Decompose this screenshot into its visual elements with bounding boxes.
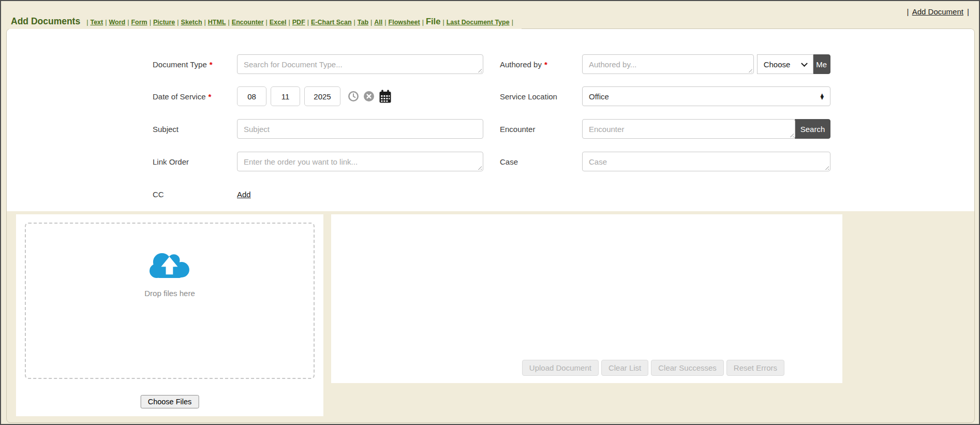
- separator: |: [305, 19, 311, 26]
- clear-date-icon[interactable]: [363, 91, 375, 102]
- date-day-input[interactable]: [271, 86, 300, 106]
- separator: |: [905, 7, 910, 16]
- form-row: Subject Encounter Search: [7, 119, 974, 139]
- encounter-input[interactable]: [582, 119, 795, 139]
- upload-document-button[interactable]: Upload Document: [522, 360, 599, 376]
- document-form: Document Type * Authored by * Choos: [7, 29, 974, 211]
- form-row: CC Add: [7, 184, 974, 204]
- service-location-label: Service Location: [500, 92, 557, 101]
- authored-by-choose-select[interactable]: Choose: [757, 54, 813, 74]
- doc-link-tab[interactable]: Tab: [358, 19, 368, 26]
- separator: |: [368, 19, 374, 26]
- doc-link-all[interactable]: All: [374, 19, 382, 26]
- encounter-label: Encounter: [500, 125, 535, 134]
- subject-label-cell: Subject: [153, 119, 233, 139]
- choose-select-value: Choose: [764, 60, 791, 69]
- form-row: Date of Service *: [7, 86, 974, 106]
- date-of-service-label-cell: Date of Service *: [153, 86, 233, 106]
- link-order-label-cell: Link Order: [153, 152, 233, 171]
- reset-errors-button[interactable]: Reset Errors: [726, 360, 784, 376]
- date-of-service-label: Date of Service: [153, 92, 206, 101]
- link-order-input[interactable]: [237, 152, 483, 171]
- document-type-field-cell: [237, 54, 483, 74]
- separator: |: [202, 19, 208, 26]
- date-month-input[interactable]: [237, 86, 266, 106]
- service-location-value: Office: [589, 92, 609, 101]
- document-type-input[interactable]: [237, 54, 483, 74]
- drop-zone[interactable]: Drop files here: [25, 223, 315, 379]
- file-upload-panel: Drop files here Choose Files: [16, 214, 323, 416]
- separator: |: [147, 19, 153, 26]
- separator: |: [382, 19, 388, 26]
- separator: |: [440, 19, 446, 26]
- drop-files-text: Drop files here: [26, 289, 314, 298]
- separator: |: [103, 19, 109, 26]
- case-label: Case: [500, 157, 518, 166]
- date-of-service-field-cell: [237, 86, 483, 106]
- topbar: | Add Document |: [905, 7, 971, 16]
- subject-label: Subject: [153, 125, 179, 134]
- doc-link-word[interactable]: Word: [109, 19, 125, 26]
- service-location-select[interactable]: Office ▲▼: [582, 86, 830, 106]
- required-asterisk: *: [544, 60, 547, 69]
- separator: |: [84, 19, 90, 26]
- separator: |: [264, 19, 270, 26]
- separator: |: [352, 19, 358, 26]
- search-button[interactable]: Search: [795, 119, 830, 139]
- link-order-field-cell: [237, 152, 483, 171]
- choose-files-button[interactable]: Choose Files: [141, 395, 199, 408]
- authored-by-input[interactable]: [582, 54, 754, 74]
- clear-successes-button[interactable]: Clear Successes: [651, 360, 724, 376]
- separator: |: [966, 7, 971, 16]
- encounter-label-cell: Encounter: [500, 119, 580, 139]
- encounter-field-cell: Search: [582, 119, 830, 139]
- separator: |: [226, 19, 232, 26]
- form-row: Link Order Case: [7, 152, 974, 171]
- doc-link-e-chart-scan[interactable]: E-Chart Scan: [311, 19, 352, 26]
- updown-arrows-icon: ▲▼: [820, 93, 824, 99]
- doc-link-html[interactable]: HTML: [208, 19, 226, 26]
- doc-link-file[interactable]: File: [426, 17, 440, 26]
- page-title: Add Documents: [11, 16, 80, 27]
- case-field-cell: [582, 152, 830, 171]
- separator: |: [420, 19, 426, 26]
- date-icons: [348, 90, 392, 104]
- case-label-cell: Case: [500, 152, 580, 171]
- upload-actions: Upload Document Clear List Clear Success…: [522, 360, 784, 376]
- cc-label: CC: [153, 190, 164, 199]
- doc-link-text[interactable]: Text: [90, 19, 103, 26]
- separator: |: [287, 19, 292, 26]
- file-list-panel: Upload Document Clear List Clear Success…: [331, 214, 842, 383]
- doc-link-picture[interactable]: Picture: [153, 19, 175, 26]
- add-documents-panel: Add Documents |Text|Word|Form|Picture|Sk…: [6, 28, 975, 423]
- separator: |: [125, 19, 131, 26]
- clear-list-button[interactable]: Clear List: [601, 360, 648, 376]
- case-input[interactable]: [582, 152, 830, 171]
- doc-link-encounter[interactable]: Encounter: [232, 19, 264, 26]
- doc-link-last-document-type[interactable]: Last Document Type: [447, 19, 510, 26]
- separator: |: [175, 19, 181, 26]
- me-button[interactable]: Me: [813, 54, 830, 74]
- calendar-icon[interactable]: [379, 90, 392, 104]
- clock-icon[interactable]: [348, 91, 359, 102]
- authored-by-label: Authored by: [500, 60, 542, 69]
- service-location-field-cell: Office ▲▼: [582, 86, 830, 106]
- subject-input[interactable]: [237, 119, 483, 139]
- doc-link-flowsheet[interactable]: Flowsheet: [389, 19, 420, 26]
- chevron-down-icon: [801, 60, 808, 67]
- document-type-label: Document Type: [153, 60, 207, 69]
- doc-link-pdf[interactable]: PDF: [292, 19, 305, 26]
- date-year-input[interactable]: [304, 86, 340, 106]
- doc-link-sketch[interactable]: Sketch: [181, 19, 202, 26]
- link-order-label: Link Order: [153, 157, 189, 166]
- cc-add-link[interactable]: Add: [237, 190, 251, 199]
- doc-link-excel[interactable]: Excel: [270, 19, 287, 26]
- authored-by-label-cell: Authored by *: [500, 54, 580, 74]
- document-type-links: |Text|Word|Form|Picture|Sketch|HTML|Enco…: [84, 17, 515, 26]
- separator: |: [510, 19, 515, 26]
- cloud-upload-icon: [147, 250, 192, 282]
- cc-field-cell: Add: [237, 184, 483, 204]
- required-asterisk: *: [209, 92, 212, 101]
- add-document-link[interactable]: Add Document: [912, 7, 963, 16]
- doc-link-form[interactable]: Form: [131, 19, 147, 26]
